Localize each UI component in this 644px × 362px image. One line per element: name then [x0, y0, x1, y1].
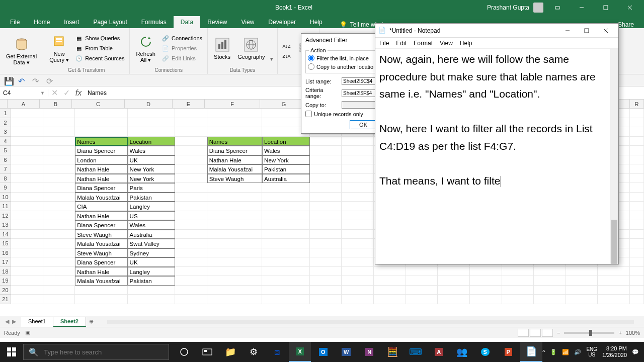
row-header-1[interactable]: 1: [0, 109, 11, 118]
cell-O19[interactable]: [534, 276, 566, 286]
cell-A21[interactable]: [11, 295, 43, 304]
cell-H19[interactable]: [310, 276, 342, 286]
start-button[interactable]: [0, 342, 23, 362]
file-explorer-icon[interactable]: 📁: [219, 342, 242, 362]
repeat-icon[interactable]: ⟳: [46, 76, 54, 84]
cell-O18[interactable]: [534, 267, 566, 277]
cortana-icon[interactable]: [173, 342, 195, 362]
task-view-icon[interactable]: [196, 342, 218, 362]
cell-B12[interactable]: [43, 211, 75, 221]
sheet-nav-next[interactable]: ▶: [12, 318, 16, 325]
cell-N21[interactable]: [502, 295, 534, 304]
cell-H11[interactable]: [310, 202, 342, 211]
save-icon[interactable]: 💾: [4, 76, 12, 84]
notepad-maximize-button[interactable]: [577, 24, 596, 37]
zoom-level[interactable]: 100%: [626, 330, 640, 336]
cell-B11[interactable]: [43, 202, 75, 211]
cell-B4[interactable]: [43, 137, 75, 146]
cell-A6[interactable]: [11, 155, 43, 165]
add-sheet-button[interactable]: ⊕: [86, 318, 97, 325]
row-header-2[interactable]: 2: [0, 118, 11, 128]
outlook-icon[interactable]: O: [312, 342, 334, 362]
cell-F18[interactable]: [207, 267, 262, 277]
cell-G10[interactable]: [262, 193, 309, 202]
cell-C6[interactable]: London: [75, 155, 127, 165]
cell-C3[interactable]: [75, 127, 127, 137]
cell-D14[interactable]: Australia: [128, 230, 175, 239]
cell-G5[interactable]: Wales: [262, 146, 309, 155]
cell-R8[interactable]: [630, 174, 644, 184]
row-header-3[interactable]: 3: [0, 127, 11, 137]
tab-developer[interactable]: Developer: [261, 16, 303, 28]
cell-R9[interactable]: [630, 183, 644, 193]
cell-H6[interactable]: [310, 155, 342, 165]
cell-I15[interactable]: [342, 239, 374, 248]
notepad-menu-format[interactable]: Format: [414, 40, 433, 47]
cell-R11[interactable]: [630, 202, 644, 211]
cell-G6[interactable]: New York: [262, 155, 309, 165]
cell-F2[interactable]: [207, 118, 262, 128]
cell-A2[interactable]: [11, 118, 43, 128]
cell-I21[interactable]: [342, 295, 374, 304]
cell-G13[interactable]: [262, 220, 309, 230]
cell-C21[interactable]: [75, 295, 127, 304]
cell-H9[interactable]: [310, 183, 342, 193]
cell-E14[interactable]: [175, 230, 207, 239]
row-header-17[interactable]: 17: [0, 257, 11, 267]
row-header-12[interactable]: 12: [0, 211, 11, 221]
cell-E20[interactable]: [175, 286, 207, 295]
cell-I11[interactable]: [342, 202, 374, 211]
cell-N19[interactable]: [502, 276, 534, 286]
cell-B14[interactable]: [43, 230, 75, 239]
cell-Q20[interactable]: [598, 286, 630, 295]
stocks-button[interactable]: Stocks: [212, 36, 232, 61]
undo-icon[interactable]: ↶: [18, 76, 26, 84]
tab-page-layout[interactable]: Page Layout: [86, 16, 134, 28]
sheet-tab-sheet1[interactable]: Sheet1: [21, 317, 53, 327]
cell-R19[interactable]: [630, 276, 644, 286]
cell-R20[interactable]: [630, 286, 644, 295]
cell-F6[interactable]: Nathan Hale: [207, 155, 262, 165]
cell-D8[interactable]: New York: [128, 174, 175, 184]
cell-B20[interactable]: [43, 286, 75, 295]
cell-C13[interactable]: Diana Spencer: [75, 220, 127, 230]
cell-C17[interactable]: Diana Spencer: [75, 257, 127, 267]
cell-F15[interactable]: [207, 239, 262, 248]
cell-M20[interactable]: [470, 286, 502, 295]
redo-icon[interactable]: ↷: [32, 76, 40, 84]
cell-P20[interactable]: [566, 286, 598, 295]
cell-R16[interactable]: [630, 248, 644, 258]
cell-H18[interactable]: [310, 267, 342, 277]
cell-C4[interactable]: Names: [75, 137, 127, 146]
cell-C16[interactable]: Steve Waugh: [75, 248, 127, 258]
cell-R4[interactable]: [630, 137, 644, 146]
sort-za-button[interactable]: Z↓A: [282, 52, 292, 61]
notepad-text-area[interactable]: Now, again, here we will follow the same…: [375, 49, 618, 192]
cell-E2[interactable]: [175, 118, 207, 128]
cell-F5[interactable]: Diana Spencer: [207, 146, 262, 155]
cell-I7[interactable]: [342, 164, 374, 174]
cell-C14[interactable]: Steve Waugh: [75, 230, 127, 239]
cell-C7[interactable]: Nathan Hale: [75, 164, 127, 174]
connections-button[interactable]: 🔗Connections: [160, 34, 203, 43]
cell-H4[interactable]: [310, 137, 342, 146]
cell-D3[interactable]: [128, 127, 175, 137]
cell-C11[interactable]: CIA: [75, 202, 127, 211]
cell-L19[interactable]: [438, 276, 470, 286]
cell-E13[interactable]: [175, 220, 207, 230]
zoom-slider[interactable]: [564, 332, 614, 334]
cell-A3[interactable]: [11, 127, 43, 137]
enter-formula-button[interactable]: ✓: [60, 88, 72, 98]
cell-E12[interactable]: [175, 211, 207, 221]
maximize-button[interactable]: [596, 0, 616, 15]
row-header-8[interactable]: 8: [0, 174, 11, 184]
fx-button[interactable]: fx: [72, 88, 85, 98]
cell-B16[interactable]: [43, 248, 75, 258]
cell-C5[interactable]: Diana Spencer: [75, 146, 127, 155]
cell-E1[interactable]: [175, 109, 207, 118]
sheet-nav-prev[interactable]: ◀: [5, 318, 9, 325]
cell-M18[interactable]: [470, 267, 502, 277]
list-range-input[interactable]: [342, 77, 377, 85]
select-all-corner[interactable]: [0, 100, 8, 108]
cell-A8[interactable]: [11, 174, 43, 184]
